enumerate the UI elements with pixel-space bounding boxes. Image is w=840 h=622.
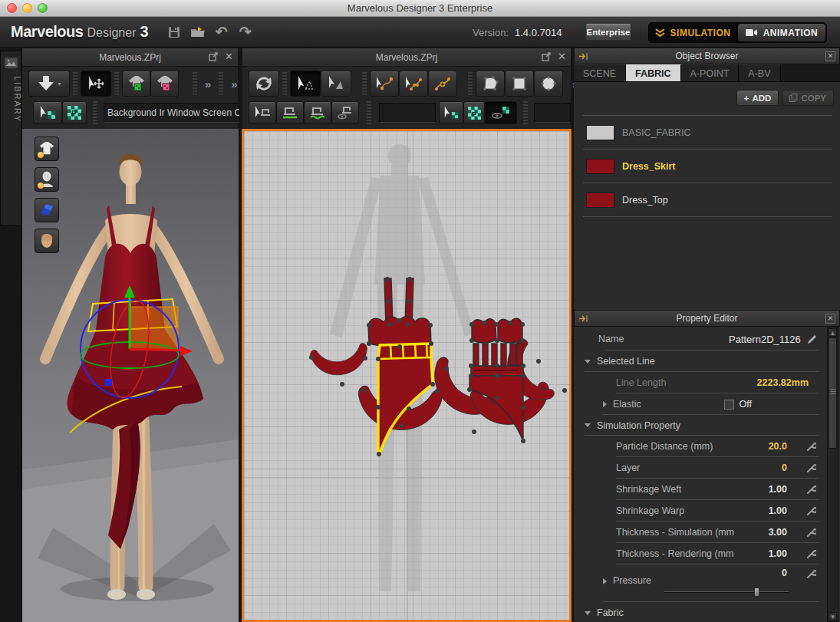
close-icon[interactable]: ✕ — [825, 51, 835, 61]
selected-pattern-piece[interactable] — [378, 344, 433, 454]
add-fabric-button[interactable]: + ADD — [736, 90, 779, 106]
copy-icon — [789, 94, 798, 102]
undo-button[interactable]: ↶ — [213, 24, 230, 41]
texture-editor-button[interactable]: P — [62, 101, 87, 124]
triangle-down-icon — [585, 423, 591, 427]
wrench-icon[interactable] — [806, 506, 816, 516]
wrench-icon[interactable] — [806, 442, 816, 452]
property-row-thickness-simulation: Thickness - Simulation (mm 3.00 — [574, 522, 827, 543]
viewport-2d-pattern[interactable] — [242, 129, 572, 622]
import-garment-button[interactable]: ▾ — [28, 71, 70, 97]
toolbar-overflow-chevron[interactable]: » — [226, 77, 242, 91]
close-icon[interactable]: ✕ — [225, 51, 233, 61]
avatar-display-button[interactable] — [35, 167, 59, 192]
close-icon[interactable]: ✕ — [825, 314, 835, 324]
save-button[interactable] — [166, 24, 183, 41]
enterprise-badge-button[interactable]: Enterprise — [585, 24, 631, 41]
edit-curvature-tool-button[interactable] — [370, 71, 399, 97]
segment-sewing-tool-button[interactable] — [276, 101, 304, 124]
show-sewing-button[interactable] — [331, 101, 359, 124]
wrench-icon[interactable] — [806, 569, 816, 579]
blank-dropdown[interactable] — [534, 103, 571, 123]
property-row-shrinkage-warp: Shrinkage Warp 1.00 — [574, 500, 827, 522]
transform-pattern-tool-button[interactable] — [290, 71, 321, 97]
tab-fabric[interactable]: FABRIC — [626, 64, 681, 81]
create-polygon-tool-button[interactable] — [476, 71, 505, 97]
viewport-3d[interactable] — [21, 129, 239, 622]
fabric-row-dress-top[interactable]: Dress_Top — [583, 183, 832, 217]
show-garment-fit-button[interactable] — [122, 71, 150, 97]
wrench-icon[interactable] — [806, 528, 816, 538]
fabric-swatch[interactable] — [586, 125, 614, 140]
close-light[interactable] — [7, 3, 17, 13]
free-sewing-tool-button[interactable] — [304, 101, 331, 124]
create-circle-tool-button[interactable] — [534, 71, 563, 97]
show-avatar-fit-button[interactable] — [150, 71, 179, 97]
property-row-pressure[interactable]: Pressure 0 — [574, 564, 827, 602]
triangle-right-icon — [603, 401, 607, 407]
property-editor-header[interactable]: Property Editor ✕ — [574, 310, 840, 327]
head-display-button[interactable] — [35, 229, 59, 253]
section-simulation-property[interactable]: Simulation Property — [574, 415, 827, 436]
tab-a-point[interactable]: A-POINT — [681, 64, 740, 81]
copy-fabric-button[interactable]: COPY — [782, 90, 834, 106]
scroll-down-arrow[interactable]: ▼ — [828, 612, 837, 620]
pressure-slider[interactable] — [664, 587, 789, 597]
fabric-display-button[interactable] — [35, 198, 59, 222]
tab-scene[interactable]: SCENE — [574, 64, 626, 81]
tab-a-bv[interactable]: A-BV — [739, 64, 780, 81]
library-strip: LIBRARY — [0, 48, 21, 622]
section-selected-line[interactable]: Selected Line — [574, 350, 827, 372]
panel-3d-header[interactable]: Marvelous.ZPrj ✕ — [21, 48, 239, 67]
select-move-tool-button[interactable] — [81, 71, 111, 97]
scrollbar-thumb[interactable] — [828, 337, 837, 449]
library-tab[interactable]: LIBRARY — [0, 51, 21, 225]
open-button[interactable] — [189, 24, 206, 41]
fabric-row-dress-skirt[interactable]: Dress_Skirt — [583, 150, 832, 183]
plus-icon: + — [744, 94, 749, 103]
property-row-elastic[interactable]: Elastic Off — [574, 393, 827, 415]
pattern-pieces — [244, 131, 569, 620]
add-point-tool-button[interactable] — [428, 71, 457, 97]
zoom-light[interactable] — [38, 3, 48, 13]
redo-button[interactable]: ↷ — [237, 24, 254, 41]
simulation-button[interactable]: SIMULATION — [649, 23, 736, 42]
object-browser-header[interactable]: Object Browser ✕ — [574, 48, 840, 64]
edit-pattern-tool-button[interactable] — [321, 71, 351, 97]
select-texture-2d-button[interactable] — [439, 101, 463, 124]
edit-curve-point-tool-button[interactable] — [399, 71, 428, 97]
sync-2d-3d-button[interactable] — [249, 71, 279, 97]
dock-arrow-icon[interactable] — [578, 51, 589, 61]
popout-icon[interactable] — [542, 52, 552, 61]
wrench-icon[interactable] — [806, 485, 816, 495]
cursor-points-icon — [404, 75, 423, 92]
close-icon[interactable]: ✕ — [558, 51, 566, 61]
toolbar-overflow-chevron[interactable]: » — [200, 77, 216, 91]
create-rectangle-tool-button[interactable] — [505, 71, 534, 97]
wrench-icon[interactable] — [806, 463, 816, 473]
fabric-swatch[interactable] — [586, 159, 614, 174]
garment-display-button[interactable] — [35, 137, 59, 161]
fabric-swatch[interactable] — [586, 193, 614, 208]
minimize-light[interactable] — [22, 3, 32, 13]
panel-2d-header[interactable]: Marvelous.ZPrj ✕ — [242, 48, 572, 67]
property-editor-scrollbar[interactable]: ▲ ▼ — [827, 327, 838, 622]
elastic-checkbox[interactable] — [724, 400, 734, 410]
texture-editor-2d-button[interactable]: P — [463, 101, 485, 124]
blank-dropdown[interactable] — [379, 103, 436, 123]
select-texture-tool-button[interactable] — [33, 101, 62, 124]
dock-arrow-icon[interactable] — [578, 314, 589, 324]
edit-sewing-tool-button[interactable] — [249, 101, 276, 124]
show-texture-button[interactable] — [485, 101, 517, 124]
sewing-machine-wave-icon — [309, 105, 326, 120]
status-dot — [38, 152, 44, 158]
pencil-icon[interactable] — [807, 334, 818, 344]
background-display-dropdown[interactable]: Background Ir Window Screen Ca — [104, 103, 240, 123]
section-fabric[interactable]: Fabric — [574, 602, 827, 622]
animation-button[interactable]: ANIMATION — [737, 24, 825, 41]
wrench-icon[interactable] — [806, 549, 816, 559]
scroll-up-arrow[interactable]: ▲ — [828, 328, 837, 337]
popout-icon[interactable] — [209, 52, 219, 61]
pressure-slider-handle[interactable] — [754, 587, 759, 597]
fabric-row-basic-fabric[interactable]: BASIC_FABRIC — [583, 116, 832, 150]
